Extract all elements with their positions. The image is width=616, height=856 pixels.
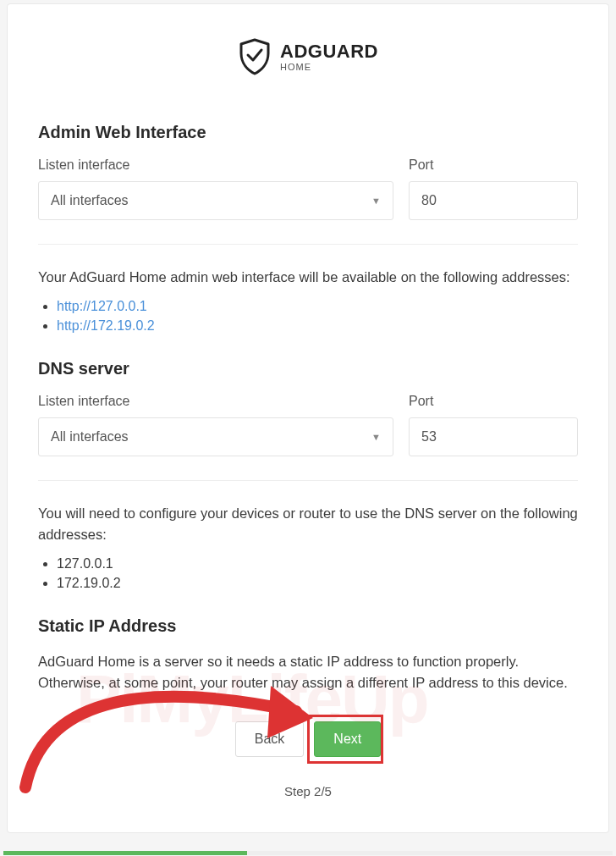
divider (38, 480, 578, 481)
dns-listen-label: Listen interface (38, 394, 393, 409)
admin-heading: Admin Web Interface (38, 123, 578, 142)
progress-fill (3, 851, 247, 855)
admin-listen-select[interactable]: All interfaces ▼ (38, 181, 393, 220)
admin-address-link[interactable]: http://172.19.0.2 (57, 318, 155, 333)
admin-port-value: 80 (421, 193, 437, 208)
chevron-down-icon: ▼ (371, 196, 381, 206)
admin-listen-value: All interfaces (51, 193, 129, 208)
dns-info: You will need to configure your devices … (38, 503, 578, 546)
next-button[interactable]: Next (314, 721, 381, 757)
dns-port-input[interactable]: 53 (409, 417, 578, 456)
brand-subtitle: HOME (280, 63, 378, 72)
dns-port-label: Port (409, 394, 578, 409)
admin-port-label: Port (409, 157, 578, 173)
step-indicator: Step 2/5 (38, 772, 578, 815)
brand-logo: ADGUARD HOME (8, 4, 608, 84)
progress-bar (3, 851, 613, 855)
static-info: AdGuard Home is a server so it needs a s… (38, 651, 578, 694)
static-heading: Static IP Address (38, 616, 578, 636)
admin-port-input[interactable]: 80 (409, 181, 578, 220)
dns-heading: DNS server (38, 359, 578, 378)
admin-listen-label: Listen interface (38, 157, 393, 173)
dns-port-value: 53 (421, 429, 437, 445)
list-item: 172.19.0.2 (57, 576, 578, 591)
shield-check-icon (238, 38, 272, 75)
list-item: 127.0.0.1 (57, 556, 578, 572)
dns-listen-select[interactable]: All interfaces ▼ (38, 417, 393, 456)
brand-title: ADGUARD (280, 42, 378, 61)
admin-address-link[interactable]: http://127.0.0.1 (57, 299, 147, 313)
chevron-down-icon: ▼ (371, 432, 381, 442)
list-item: http://172.19.0.2 (57, 318, 578, 334)
dns-listen-value: All interfaces (51, 429, 129, 445)
dns-address-list: 127.0.0.1 172.19.0.2 (38, 556, 578, 591)
admin-info: Your AdGuard Home admin web interface wi… (38, 267, 578, 289)
list-item: http://127.0.0.1 (57, 299, 578, 314)
divider (38, 244, 578, 245)
admin-address-list: http://127.0.0.1 http://172.19.0.2 (38, 299, 578, 334)
back-button[interactable]: Back (235, 721, 305, 757)
